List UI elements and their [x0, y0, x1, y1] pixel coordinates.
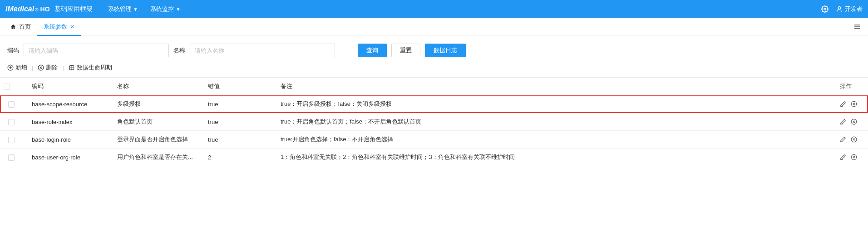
cell-value: 2 [204, 149, 277, 166]
svg-point-0 [824, 8, 826, 10]
delete-row-button[interactable] [851, 119, 857, 125]
nav-item-label: 系统管理 [108, 5, 132, 13]
toolbar: 新增 | 删除 | 数据生命周期 [0, 64, 868, 77]
row-checkbox[interactable] [8, 154, 15, 161]
nav-menu: 系统管理 ▼ 系统监控 ▼ [102, 0, 187, 18]
menu-icon [853, 23, 861, 30]
cell-name: 角色默认首页 [113, 113, 204, 131]
cell-name: 用户角色和科室是否存在关... [113, 149, 204, 166]
svg-rect-11 [69, 65, 74, 69]
row-checkbox[interactable] [8, 101, 15, 108]
cell-ops [836, 149, 868, 166]
cell-value: true [204, 95, 277, 113]
select-all-checkbox[interactable] [4, 84, 10, 90]
tab-system-params[interactable]: 系统参数 ✕ [37, 18, 81, 35]
divider: | [32, 64, 33, 71]
lifecycle-label: 数据生命周期 [77, 64, 112, 72]
close-icon[interactable]: ✕ [70, 24, 74, 30]
datalog-button[interactable]: 数据日志 [425, 44, 466, 57]
cell-remark: 1：角色和科室无关联；2：角色和科室有关联维护时间；3：角色和科室有关联不维护时… [277, 149, 836, 166]
query-button[interactable]: 查询 [358, 44, 387, 57]
cell-remark: true：开启多级授权；false：关闭多级授权 [277, 95, 836, 113]
user-label: 开发者 [845, 5, 863, 13]
svg-rect-3 [854, 26, 860, 27]
row-checkbox[interactable] [8, 119, 15, 125]
cell-code: base-user-org-role [23, 149, 113, 166]
user-button[interactable]: 开发者 [836, 5, 863, 13]
tab-label: 系统参数 [44, 23, 67, 31]
nav-item-system-mgmt[interactable]: 系统管理 ▼ [102, 0, 144, 18]
edit-button[interactable] [840, 101, 846, 107]
edit-icon [840, 136, 846, 143]
caret-down-icon: ▼ [133, 7, 138, 12]
cell-remark: true:开启角色选择；false：不开启角色选择 [277, 131, 836, 149]
tabs-menu-button[interactable] [850, 23, 864, 30]
x-circle-icon [38, 64, 44, 71]
table-row[interactable]: base-user-org-role用户角色和科室是否存在关...21：角色和科… [0, 149, 868, 166]
caret-down-icon: ▼ [176, 7, 180, 12]
delete-row-button[interactable] [851, 101, 857, 107]
cell-value: true [204, 113, 277, 131]
header-code: 编码 [23, 78, 113, 95]
lifecycle-icon [69, 64, 75, 71]
delete-row-button[interactable] [851, 136, 857, 143]
nav-item-label: 系统监控 [150, 5, 174, 13]
nav-item-system-monitor[interactable]: 系统监控 ▼ [144, 0, 187, 18]
x-circle-icon [851, 136, 857, 143]
settings-button[interactable] [821, 5, 829, 13]
table-row[interactable]: base-scope-resource多级授权truetrue：开启多级授权；f… [0, 95, 868, 113]
app-title: 基础应用框架 [54, 5, 93, 13]
edit-button[interactable] [840, 154, 846, 160]
add-label: 新增 [15, 64, 27, 72]
row-checkbox-cell [0, 113, 23, 131]
cell-name: 登录界面是否开启角色选择 [113, 131, 204, 149]
table-header-row: 编码 名称 键值 备注 操作 [0, 78, 868, 95]
logo-reg: ® [35, 7, 38, 12]
add-button[interactable]: 新增 [7, 64, 27, 72]
user-icon [836, 5, 843, 13]
code-label: 编码 [7, 46, 19, 55]
edit-button[interactable] [840, 119, 846, 125]
header-value: 键值 [204, 78, 277, 95]
lifecycle-button[interactable]: 数据生命周期 [69, 64, 112, 72]
header-remark: 备注 [277, 78, 836, 95]
reset-button[interactable]: 重置 [391, 44, 420, 57]
home-icon [10, 24, 16, 30]
row-checkbox-cell [0, 149, 23, 166]
x-circle-icon [851, 119, 857, 125]
plus-circle-icon [7, 64, 14, 71]
cell-ops [836, 131, 868, 149]
delete-row-button[interactable] [851, 154, 857, 160]
svg-point-1 [838, 7, 840, 9]
table-row[interactable]: base-role-index角色默认首页truetrue：开启角色默认首页；f… [0, 113, 868, 131]
top-header: iMedical ® HO 基础应用框架 系统管理 ▼ 系统监控 ▼ 开发者 [0, 0, 868, 18]
divider: | [62, 64, 64, 71]
tab-label: 首页 [19, 23, 31, 31]
code-input[interactable] [24, 44, 169, 57]
edit-icon [840, 101, 846, 107]
gear-icon [821, 5, 829, 13]
cell-ops [836, 113, 868, 131]
cell-name: 多级授权 [113, 95, 204, 113]
cell-remark: true：开启角色默认首页；false：不开启角色默认首页 [277, 113, 836, 131]
tab-home[interactable]: 首页 [4, 18, 37, 35]
cell-code: base-scope-resource [23, 95, 113, 113]
edit-button[interactable] [840, 136, 846, 143]
delete-label: 删除 [46, 64, 58, 72]
cell-code: base-login-role [23, 131, 113, 149]
delete-button[interactable]: 删除 [38, 64, 58, 72]
cell-code: base-role-index [23, 113, 113, 131]
data-table: 编码 名称 键值 备注 操作 base-scope-resource多级授权tr… [0, 77, 868, 166]
table-row[interactable]: base-login-role登录界面是否开启角色选择truetrue:开启角色… [0, 131, 868, 149]
tabs-row: 首页 系统参数 ✕ [0, 18, 868, 35]
x-circle-icon [851, 101, 857, 107]
cell-ops [836, 95, 868, 113]
edit-icon [840, 154, 846, 160]
logo-ho: HO [40, 5, 50, 13]
svg-rect-4 [854, 28, 860, 29]
row-checkbox-cell [0, 131, 23, 149]
name-input[interactable] [190, 44, 335, 57]
select-all-header [0, 78, 23, 95]
row-checkbox[interactable] [8, 137, 15, 143]
svg-rect-2 [854, 25, 860, 25]
